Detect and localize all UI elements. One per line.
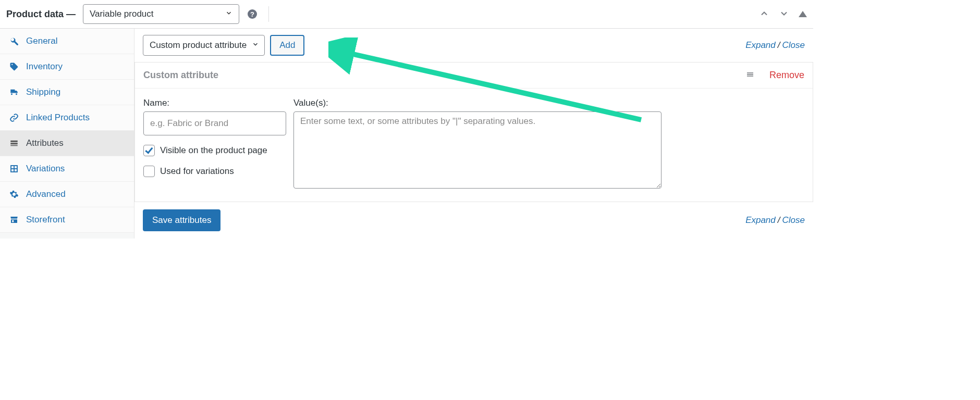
attribute-values-textarea[interactable] bbox=[293, 111, 662, 189]
chevron-down-icon bbox=[225, 9, 232, 19]
visible-checkbox[interactable] bbox=[143, 145, 155, 156]
sidebar-item-general[interactable]: General bbox=[0, 29, 134, 54]
used-for-variations-label: Used for variations bbox=[160, 166, 234, 177]
expand-link[interactable]: Expand bbox=[745, 215, 776, 225]
sidebar-item-label: General bbox=[26, 36, 57, 46]
sidebar-item-label: Shipping bbox=[26, 87, 60, 97]
product-type-value: Variable product bbox=[90, 9, 154, 19]
close-link[interactable]: Close bbox=[782, 215, 805, 225]
attributes-toolbar: Custom product attribute Add Expand/Clos… bbox=[134, 29, 813, 63]
panel-header: Product data — Variable product ? bbox=[0, 0, 813, 29]
list-icon bbox=[9, 139, 19, 148]
attribute-card-body: Name: Visible on the product page Used f… bbox=[135, 89, 813, 202]
panel-header-controls bbox=[759, 8, 807, 20]
link-icon bbox=[9, 113, 19, 122]
drag-handle-icon[interactable] bbox=[745, 70, 755, 81]
help-icon[interactable]: ? bbox=[248, 9, 257, 19]
sidebar-item-inventory[interactable]: Inventory bbox=[0, 54, 134, 80]
sidebar-item-label: Storefront bbox=[26, 215, 65, 225]
sidebar-item-label: Linked Products bbox=[26, 113, 90, 123]
wrench-icon bbox=[9, 36, 19, 46]
svg-rect-1 bbox=[10, 143, 18, 144]
sidebar-item-label: Attributes bbox=[26, 138, 64, 148]
remove-attribute-link[interactable]: Remove bbox=[769, 70, 804, 81]
expand-link[interactable]: Expand bbox=[745, 40, 776, 50]
svg-rect-0 bbox=[10, 141, 18, 142]
sidebar-item-attributes[interactable]: Attributes bbox=[0, 131, 134, 156]
main-content: Custom product attribute Add Expand/Clos… bbox=[134, 29, 813, 239]
tag-icon bbox=[9, 62, 19, 71]
gear-icon bbox=[9, 190, 19, 199]
attributes-footer: Save attributes Expand/Close bbox=[134, 202, 813, 239]
sidebar: General Inventory Shipping Linked Produc… bbox=[0, 29, 134, 239]
divider bbox=[268, 6, 269, 22]
grid-icon bbox=[9, 164, 19, 173]
sidebar-item-label: Variations bbox=[26, 164, 65, 174]
sidebar-item-variations[interactable]: Variations bbox=[0, 156, 134, 182]
values-label: Value(s): bbox=[293, 98, 804, 108]
sidebar-item-shipping[interactable]: Shipping bbox=[0, 80, 134, 105]
sidebar-item-label: Advanced bbox=[26, 189, 66, 199]
product-type-select[interactable]: Variable product bbox=[83, 4, 239, 24]
sidebar-item-linked-products[interactable]: Linked Products bbox=[0, 105, 134, 131]
chevron-up-icon[interactable] bbox=[759, 8, 769, 20]
toolbar-links: Expand/Close bbox=[745, 40, 805, 51]
footer-links: Expand/Close bbox=[745, 215, 805, 226]
attribute-type-select[interactable]: Custom product attribute bbox=[143, 35, 265, 56]
attribute-type-value: Custom product attribute bbox=[150, 40, 247, 51]
svg-rect-2 bbox=[10, 145, 18, 146]
truck-icon bbox=[9, 88, 19, 97]
save-attributes-button[interactable]: Save attributes bbox=[143, 209, 220, 231]
attribute-card: Custom attribute Remove Name: Visible on… bbox=[134, 63, 813, 202]
name-label: Name: bbox=[143, 98, 286, 108]
chevron-down-icon[interactable] bbox=[779, 8, 789, 20]
panel-title: Product data — bbox=[6, 9, 76, 20]
sidebar-item-storefront[interactable]: Storefront bbox=[0, 207, 134, 233]
attribute-name-input[interactable] bbox=[143, 111, 286, 135]
chevron-down-icon bbox=[252, 40, 259, 51]
sidebar-item-label: Inventory bbox=[26, 61, 63, 72]
attribute-card-title: Custom attribute bbox=[143, 70, 218, 81]
sidebar-item-advanced[interactable]: Advanced bbox=[0, 182, 134, 207]
close-link[interactable]: Close bbox=[782, 40, 805, 50]
visible-checkbox-label: Visible on the product page bbox=[160, 145, 267, 156]
store-icon bbox=[9, 215, 19, 224]
used-for-variations-checkbox[interactable] bbox=[143, 166, 155, 177]
attribute-card-header: Custom attribute Remove bbox=[135, 63, 813, 89]
add-attribute-button[interactable]: Add bbox=[270, 35, 304, 56]
collapse-triangle-icon[interactable] bbox=[799, 11, 807, 17]
